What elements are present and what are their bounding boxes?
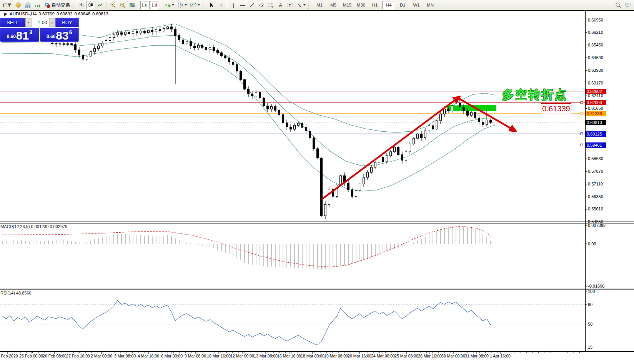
fibonacci-tool-button[interactable]: F — [266, 1, 276, 9]
toolbar: 订单 自动交易 — [0, 0, 634, 10]
bar-chart-mode-button[interactable] — [77, 1, 86, 9]
sell-price-button[interactable]: 0.60 81 3 — [0, 28, 39, 42]
zoom-out-button[interactable] — [118, 1, 127, 9]
candle-body — [309, 131, 311, 138]
zoom-in-button[interactable] — [108, 1, 118, 9]
templates-button[interactable] — [189, 1, 201, 9]
trendline-tool-button[interactable] — [248, 1, 256, 9]
clock-icon — [178, 2, 183, 8]
chart-canvas[interactable] — [0, 0, 634, 364]
chat-button[interactable] — [623, 1, 633, 9]
candle-body — [228, 58, 230, 62]
chart-shift-button[interactable] — [150, 1, 159, 9]
gold-cube-icon[interactable] — [14, 1, 23, 9]
sell-price-pip: 3 — [29, 29, 32, 35]
turning-point-annotation[interactable]: 多空转折点 — [502, 87, 567, 103]
search-button[interactable] — [614, 1, 623, 9]
volume-input[interactable]: 1.00 — [32, 18, 49, 27]
candle-body — [75, 45, 77, 50]
candlestick-mode-button[interactable] — [87, 1, 95, 9]
macd-panel-splitter[interactable] — [0, 222, 634, 223]
candle-body — [409, 144, 411, 152]
timeframe-button-H1[interactable]: H1 — [368, 1, 381, 9]
buy-button[interactable]: BUY — [55, 18, 79, 27]
candle-body — [374, 162, 376, 167]
main-chart-panel — [0, 24, 585, 219]
time-axis-label: 19 Mar 08:00 — [324, 354, 348, 358]
candle-body — [367, 172, 369, 177]
candle-body — [98, 46, 100, 48]
indicators-button[interactable] — [163, 1, 176, 9]
candle-body — [190, 41, 192, 46]
periods-button[interactable] — [176, 1, 188, 9]
channel-icon: E — [258, 2, 265, 8]
arrows-caret — [303, 4, 306, 6]
time-axis-label: 24 Mar 00:00 — [371, 354, 395, 358]
timeframe-group: M1M5M15M30H1H4D1W1MN — [313, 1, 437, 9]
sell-price-big: 81 — [16, 31, 29, 41]
candle-body — [440, 114, 442, 121]
candle-body — [359, 184, 361, 190]
timeframe-button-M30[interactable]: M30 — [354, 1, 368, 9]
svg-text:F: F — [272, 5, 274, 8]
candle-body — [201, 45, 203, 48]
one-click-trading-panel: SELL ▼ 1.00 ▲ BUY 0.60 81 3 0.60 83 6 — [0, 18, 79, 42]
candle-body — [255, 93, 257, 96]
text-label-tool-button[interactable]: T — [285, 1, 295, 9]
timeframe-button-MN[interactable]: MN — [424, 1, 437, 9]
price-flag-label[interactable]: 0.61339 — [541, 103, 571, 114]
symbol-header: AUDUSD-,H4 0.60769 0.60892 0.60648 0.608… — [3, 12, 108, 16]
candle-body — [267, 106, 269, 109]
volume-increase-button[interactable]: ▲ — [49, 18, 55, 27]
new-order-button[interactable]: 订单 — [1, 1, 13, 9]
candle-body — [444, 109, 446, 114]
price-badge-0.60813: 0.60813 — [586, 120, 606, 125]
crosshair-tool-button[interactable] — [216, 1, 225, 9]
macd-indicator-label: MACD(12,26,9) 0.001230 0.002979 — [0, 224, 67, 229]
cursor-tool-button[interactable] — [207, 1, 216, 9]
candle-body — [340, 176, 342, 185]
diamond-shape — [15, 2, 22, 8]
fibonacci-icon: F — [268, 2, 274, 8]
timeframe-button-M15[interactable]: M15 — [341, 1, 354, 9]
tile-windows-button[interactable] — [128, 1, 136, 9]
vertical-line-tool-button[interactable]: | — [229, 1, 238, 9]
price-high: 0.60892 — [57, 12, 73, 16]
sell-button[interactable]: SELL — [0, 18, 25, 27]
candle-body — [78, 50, 80, 55]
candle-body — [209, 47, 211, 50]
channel-tool-button[interactable]: E — [257, 1, 266, 9]
timeframe-button-M1[interactable]: M1 — [313, 1, 326, 9]
signal-icon[interactable] — [33, 1, 42, 9]
charts-cloud-icon[interactable] — [23, 1, 33, 9]
candle-body — [113, 35, 115, 37]
candle-body — [221, 53, 223, 56]
candle-body — [363, 177, 365, 184]
candle-body — [121, 33, 123, 34]
candle-body — [205, 48, 207, 50]
auto-trading-icon — [44, 2, 50, 8]
toolbar-bottom-edge — [0, 10, 634, 11]
level-handle — [581, 113, 583, 115]
timeframe-button-H4[interactable]: H4 — [382, 1, 395, 9]
candle-body — [348, 183, 349, 190]
auto-scroll-button[interactable] — [140, 1, 150, 9]
timeframe-button-M5[interactable]: M5 — [327, 1, 340, 9]
arrows-tool-button[interactable] — [295, 1, 307, 9]
text-tool-button[interactable]: A — [276, 1, 285, 9]
volume-decrease-button[interactable]: ▼ — [26, 18, 32, 27]
buy-price-button[interactable]: 0.60 83 6 — [40, 28, 79, 42]
price-tick-label: 0.65450 — [588, 43, 603, 47]
timeframe-button-D1[interactable]: D1 — [396, 1, 409, 9]
rsi-panel-splitter[interactable] — [0, 288, 634, 290]
horizontal-line-tool-button[interactable]: — — [238, 1, 247, 9]
auto-trading-button[interactable]: 自动交易 — [43, 1, 72, 9]
candle-body — [198, 45, 200, 48]
candle-body — [482, 122, 484, 125]
price-tick-label: 0.62410 — [588, 93, 603, 98]
level-handle — [581, 133, 583, 135]
timeframe-button-W1[interactable]: W1 — [410, 1, 423, 9]
line-chart-mode-button[interactable] — [96, 1, 105, 9]
level-handle — [581, 144, 583, 146]
candle-body — [171, 27, 173, 29]
